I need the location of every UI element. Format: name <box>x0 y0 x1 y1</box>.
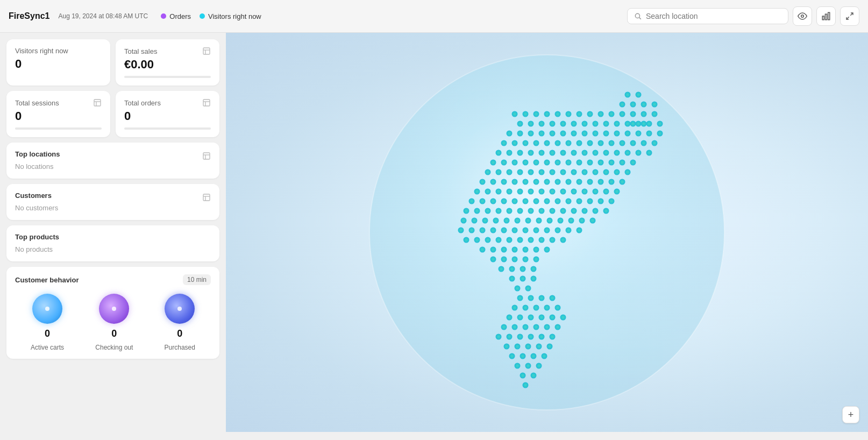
svg-point-18 <box>544 111 550 117</box>
svg-point-220 <box>509 266 515 272</box>
svg-point-181 <box>558 218 564 224</box>
svg-point-177 <box>515 218 521 224</box>
svg-point-157 <box>609 198 615 204</box>
svg-point-245 <box>523 324 529 330</box>
top-products-card: Top products No products <box>6 225 219 261</box>
top-locations-icon[interactable] <box>202 152 211 160</box>
active-carts-dot <box>45 307 49 311</box>
svg-point-138 <box>560 189 566 195</box>
active-carts-label: Active carts <box>31 344 64 351</box>
search-box[interactable] <box>627 8 788 24</box>
main: Visitors right now 0 Total sales €0.00 T <box>0 33 868 432</box>
orders-dot <box>161 13 166 19</box>
expand-button[interactable] <box>840 6 859 26</box>
svg-point-105 <box>517 169 523 175</box>
svg-point-90 <box>512 160 518 166</box>
svg-point-218 <box>533 257 539 262</box>
total-orders-icon[interactable] <box>202 98 211 107</box>
customers-icon[interactable] <box>202 193 211 202</box>
svg-point-219 <box>499 266 504 272</box>
svg-point-69 <box>620 140 625 146</box>
svg-point-159 <box>474 208 480 214</box>
svg-point-180 <box>547 218 553 224</box>
svg-point-151 <box>544 198 550 204</box>
top-products-title: Top products <box>15 233 59 241</box>
total-sales-label: Total sales <box>124 47 157 55</box>
svg-point-118 <box>501 179 507 185</box>
checking-out-dot <box>112 307 116 311</box>
svg-rect-8 <box>203 48 210 54</box>
svg-point-102 <box>485 169 491 175</box>
eye-button[interactable] <box>793 6 812 26</box>
svg-point-200 <box>496 237 502 243</box>
svg-point-66 <box>587 140 593 146</box>
eye-icon <box>798 11 807 21</box>
svg-point-101 <box>630 160 636 166</box>
svg-point-127 <box>598 179 604 185</box>
svg-point-188 <box>490 228 496 233</box>
visitors-card: Visitors right now 0 <box>6 39 110 86</box>
svg-point-165 <box>539 208 545 214</box>
svg-point-125 <box>577 179 582 185</box>
total-sales-card: Total sales €0.00 <box>116 39 219 86</box>
behavior-items: 0 Active carts 0 Checking out 0 Purchase… <box>15 294 211 351</box>
expand-icon <box>845 12 854 20</box>
zoom-in-button[interactable]: + <box>842 406 859 423</box>
svg-point-207 <box>480 247 486 253</box>
svg-point-260 <box>509 353 515 359</box>
svg-point-187 <box>480 228 486 233</box>
total-orders-bar <box>124 127 211 130</box>
svg-point-169 <box>582 208 588 214</box>
svg-point-210 <box>512 247 518 253</box>
visitors-card-header: Visitors right now <box>15 47 102 55</box>
svg-point-31 <box>539 121 545 127</box>
svg-point-45 <box>528 131 534 137</box>
stat-row-2: Total sessions 0 Total orders 0 <box>6 91 219 137</box>
svg-point-197 <box>464 237 469 243</box>
svg-point-0 <box>635 13 639 18</box>
svg-point-258 <box>536 344 542 350</box>
svg-point-163 <box>517 208 523 214</box>
top-locations-empty: No locations <box>15 162 54 171</box>
svg-point-134 <box>517 189 523 195</box>
svg-point-36 <box>593 121 599 127</box>
svg-point-139 <box>571 189 577 195</box>
svg-point-135 <box>528 189 534 195</box>
total-sales-value: €0.00 <box>124 58 211 72</box>
total-sessions-icon[interactable] <box>93 98 102 107</box>
svg-point-46 <box>539 131 545 137</box>
total-sales-icon[interactable] <box>202 47 211 55</box>
map-area[interactable]: + <box>226 33 868 432</box>
svg-point-76 <box>528 150 534 156</box>
top-locations-card: Top locations No locations <box>6 143 219 179</box>
svg-point-24 <box>609 111 615 117</box>
svg-point-242 <box>560 315 566 321</box>
search-input[interactable] <box>646 12 781 20</box>
svg-point-62 <box>544 140 550 146</box>
svg-point-224 <box>520 276 526 282</box>
svg-point-42 <box>657 121 663 127</box>
active-carts-bubble <box>32 294 62 324</box>
svg-point-15 <box>512 111 518 117</box>
svg-point-215 <box>501 257 507 262</box>
total-sessions-card: Total sessions 0 <box>6 91 110 137</box>
svg-point-156 <box>598 198 604 204</box>
svg-point-267 <box>520 373 526 379</box>
svg-point-129 <box>620 179 625 185</box>
svg-point-121 <box>533 179 539 185</box>
svg-point-271 <box>641 121 647 127</box>
customers-empty: No customers <box>15 204 58 212</box>
svg-point-150 <box>533 198 539 204</box>
svg-point-115 <box>625 169 631 175</box>
svg-point-143 <box>614 189 620 195</box>
svg-point-33 <box>560 121 566 127</box>
svg-point-256 <box>515 344 521 350</box>
svg-point-198 <box>474 237 480 243</box>
globe-svg <box>359 44 735 421</box>
barchart-icon <box>821 11 831 21</box>
barchart-button[interactable] <box>816 6 836 26</box>
svg-point-259 <box>547 344 553 350</box>
svg-point-87 <box>646 150 652 156</box>
svg-point-236 <box>555 305 561 311</box>
svg-point-214 <box>490 257 496 262</box>
